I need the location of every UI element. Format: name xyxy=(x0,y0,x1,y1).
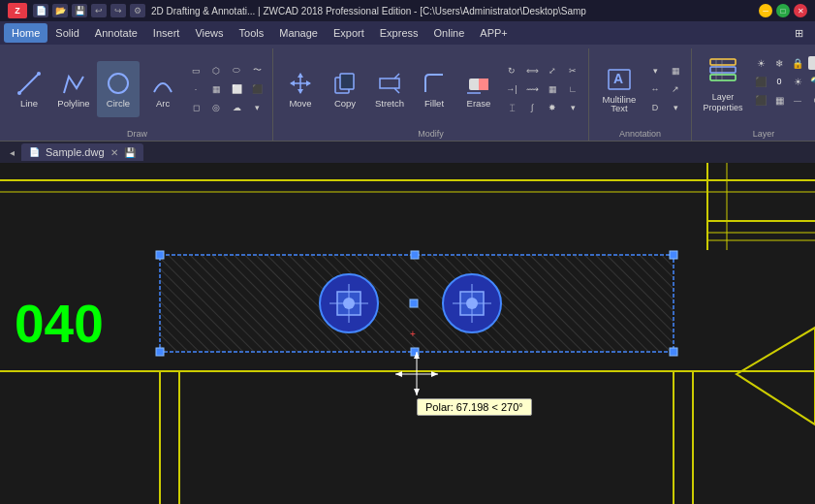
explode-btn[interactable]: ✸ xyxy=(543,99,562,116)
layer-properties-button[interactable]: Layer Properties xyxy=(698,52,748,105)
new-icon[interactable]: 📄 xyxy=(33,4,48,17)
document-tab[interactable]: 📄 Sample.dwg ✕ 💾 xyxy=(21,143,143,161)
donut-btn[interactable]: ◎ xyxy=(206,99,226,116)
layer-freeze-btn[interactable]: ❄ xyxy=(770,54,788,72)
close-button[interactable]: ✕ xyxy=(794,4,807,17)
multiline-text-button[interactable]: A MultilineText xyxy=(595,61,643,117)
ellipse-btn[interactable]: ⬭ xyxy=(227,62,246,79)
fillet-button[interactable]: Fillet xyxy=(413,61,455,117)
leader-btn[interactable]: ↗ xyxy=(666,80,685,98)
menu-solid[interactable]: Solid xyxy=(47,23,86,43)
undo-icon[interactable]: ↩ xyxy=(91,4,107,17)
menu-express[interactable]: Express xyxy=(372,23,426,43)
modify-small-tools: ↻ ⟺ ⤢ ✂ →| ⟿ ▦ ∟ ⌶ ∫ ✸ ▾ xyxy=(502,62,582,116)
open-icon[interactable]: 📂 xyxy=(52,4,68,17)
offset-btn[interactable]: ⟿ xyxy=(522,80,542,98)
array-btn[interactable]: ▦ xyxy=(543,80,562,98)
spline-btn[interactable]: 〜 xyxy=(247,62,266,79)
cloud-btn[interactable]: ☁ xyxy=(227,99,246,116)
anno-more-btn[interactable]: ▾ xyxy=(666,99,685,116)
rotate-btn[interactable]: ↻ xyxy=(502,62,521,79)
polyline-button[interactable]: Polyline xyxy=(52,61,95,117)
maximize-button[interactable]: □ xyxy=(776,4,790,17)
more-draw-btn[interactable]: ▾ xyxy=(247,99,266,116)
more-modify-btn[interactable]: ▾ xyxy=(563,99,582,116)
stretch-icon xyxy=(376,70,403,97)
menu-expand[interactable]: ⊞ xyxy=(787,23,811,43)
arc-button[interactable]: Arc xyxy=(141,61,184,117)
title-bar: Z 📄 📂 💾 ↩ ↪ ⚙ 2D Drafting & Annotati... … xyxy=(0,0,815,21)
menu-app-plus[interactable]: APP+ xyxy=(472,23,515,43)
break-btn[interactable]: ⌶ xyxy=(502,99,521,116)
move-button[interactable]: Move xyxy=(279,61,322,117)
scale-btn[interactable]: ⤢ xyxy=(543,62,562,79)
svg-rect-33 xyxy=(156,251,164,259)
layer-more-btn5[interactable]: — xyxy=(789,91,806,109)
line-button[interactable]: Line xyxy=(8,61,50,117)
dim-btn[interactable]: ↔ xyxy=(645,80,665,98)
svg-marker-6 xyxy=(298,73,303,78)
menu-manage[interactable]: Manage xyxy=(271,23,326,43)
fillet-label: Fillet xyxy=(424,99,444,109)
minimize-button[interactable]: ─ xyxy=(759,4,772,17)
chamfer-btn[interactable]: ∟ xyxy=(563,80,582,98)
redo-icon[interactable]: ↪ xyxy=(110,4,126,17)
arc-label: Arc xyxy=(156,99,170,109)
settings-icon[interactable]: ⚙ xyxy=(130,4,145,17)
layer-more-btn4[interactable]: ▦ xyxy=(770,91,788,109)
menu-home[interactable]: Home xyxy=(4,23,47,43)
join-btn[interactable]: ∫ xyxy=(522,99,542,116)
trim-btn[interactable]: ✂ xyxy=(563,62,582,79)
erase-button[interactable]: Erase xyxy=(457,61,500,117)
mirror-btn[interactable]: ⟺ xyxy=(522,62,542,79)
circle-button[interactable]: Circle xyxy=(97,61,140,117)
tab-save-button[interactable]: 💾 xyxy=(124,147,136,158)
multiline-text-label: MultilineText xyxy=(603,95,637,113)
table-btn[interactable]: ▦ xyxy=(666,62,685,79)
layer-color-btn[interactable] xyxy=(807,54,815,72)
polygon-btn[interactable]: ⬡ xyxy=(206,62,226,79)
layer-lock-btn[interactable]: 🔒 xyxy=(789,54,806,72)
rect-btn[interactable]: ▭ xyxy=(186,62,205,79)
layer-more-btn1[interactable]: ☀ xyxy=(789,73,806,90)
layer-sun-btn[interactable]: ☀ xyxy=(752,54,769,72)
layer-more-btn3[interactable]: ⬛ xyxy=(752,91,769,109)
move-icon xyxy=(287,70,314,97)
extend-btn[interactable]: →| xyxy=(502,80,521,98)
line-icon xyxy=(16,70,43,97)
svg-rect-44 xyxy=(410,299,418,307)
save-icon[interactable]: 💾 xyxy=(72,4,87,17)
menu-insert[interactable]: Insert xyxy=(145,23,188,43)
tab-doc-icon: 📄 xyxy=(29,147,40,157)
anno-expand-btn[interactable]: ▾ xyxy=(645,62,665,79)
point-btn[interactable]: · xyxy=(186,80,205,98)
tab-scroll-left[interactable]: ◂ xyxy=(4,144,19,160)
annotation-small-tools: ▾ ▦ ↔ ↗ D ▾ xyxy=(645,62,685,116)
tab-close-button[interactable]: ✕ xyxy=(110,147,118,158)
stretch-button[interactable]: Stretch xyxy=(368,61,411,117)
region-btn[interactable]: ⬜ xyxy=(227,80,246,98)
menu-export[interactable]: Export xyxy=(326,23,372,43)
menu-online[interactable]: Online xyxy=(426,23,473,43)
svg-rect-20 xyxy=(710,59,736,65)
boundary-btn[interactable]: ⬛ xyxy=(247,80,266,98)
cad-canvas[interactable]: + 040 xyxy=(0,163,815,504)
svg-rect-16 xyxy=(479,79,488,90)
canvas-area[interactable]: + 040 Polar: 67.198 < 270° xyxy=(0,163,815,504)
layer-more-btn6[interactable]: 0 xyxy=(807,91,815,109)
ribbon-group-draw: Line Polyline Circle xyxy=(4,48,273,141)
hatch-btn[interactable]: ▦ xyxy=(206,80,226,98)
layer-num-btn[interactable]: 0 xyxy=(770,73,788,90)
dim-style-btn[interactable]: D xyxy=(645,99,665,116)
layer-black-btn[interactable]: ⬛ xyxy=(752,73,769,90)
wipeout-btn[interactable]: ◻ xyxy=(186,99,205,116)
layer-more-btn2[interactable]: 🔦 xyxy=(807,73,815,90)
circle-label: Circle xyxy=(107,99,130,109)
circle-icon xyxy=(105,70,132,97)
move-label: Move xyxy=(289,99,311,109)
menu-views[interactable]: Views xyxy=(187,23,231,43)
menu-annotate[interactable]: Annotate xyxy=(87,23,145,43)
menu-tools[interactable]: Tools xyxy=(232,23,272,43)
svg-rect-34 xyxy=(156,348,164,356)
copy-button[interactable]: Copy xyxy=(324,61,366,117)
